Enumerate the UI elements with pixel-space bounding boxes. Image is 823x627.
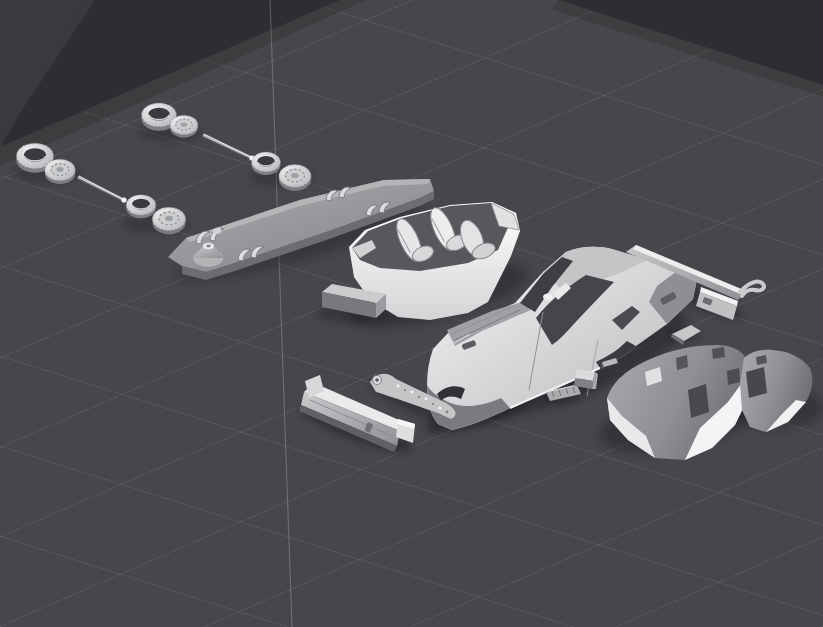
viewport-3d[interactable] xyxy=(0,0,823,627)
tire xyxy=(126,195,156,218)
wheel-rim xyxy=(170,115,198,138)
cover-slot xyxy=(688,384,709,418)
rod-end-cap xyxy=(121,197,126,202)
scene-canvas[interactable] xyxy=(0,0,823,627)
tire xyxy=(252,152,281,175)
cover-slot xyxy=(746,367,767,398)
mirror xyxy=(543,294,553,301)
wheel-rim xyxy=(152,207,185,234)
z-axis-line xyxy=(270,0,292,627)
part-axle-assembly-2[interactable] xyxy=(16,143,185,234)
horizon-shade-right xyxy=(550,0,823,97)
cover-slot xyxy=(712,347,725,359)
bracket-hook xyxy=(740,282,764,296)
cover-slot xyxy=(727,368,740,385)
axle-rod xyxy=(203,134,255,161)
part-axle-assembly-1[interactable] xyxy=(142,103,312,191)
axle-rod xyxy=(78,176,127,203)
wheel-rim xyxy=(45,159,76,184)
wheel-rim xyxy=(279,165,311,191)
part-small-box[interactable] xyxy=(574,369,598,389)
